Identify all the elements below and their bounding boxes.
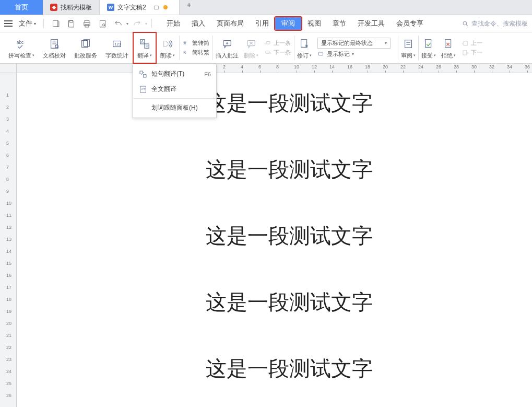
svg-rect-33 [140, 71, 143, 74]
ruler-tick: 20 [6, 321, 11, 326]
convert-group: 繁繁转简 简简转繁 [180, 32, 212, 63]
menu-tab-start[interactable]: 开始 [161, 17, 185, 30]
document-page: 这是一段测试文字 这是一段测试文字 这是一段测试文字 这是一段测试文字 这是一段… [38, 89, 532, 407]
dd-sentence-translate[interactable]: 短句翻译(T) F6 [133, 66, 216, 82]
tab-template-label: 找稻壳模板 [61, 3, 92, 12]
horizontal-ruler[interactable]: 2468101214161820222426283032343638 [17, 64, 532, 73]
ruler-tick: 30 [471, 64, 477, 69]
preview-icon[interactable] [98, 19, 107, 28]
menu-tab-view[interactable]: 视图 [302, 17, 326, 30]
tab-bar: 首页 ❖ 找稻壳模板 W 文字文稿2 + [0, 0, 532, 15]
svg-rect-30 [445, 39, 451, 47]
menu-tab-references[interactable]: 引用 [250, 17, 274, 30]
revise-button[interactable]: 修订▾ [294, 32, 314, 63]
ruler-tick: 32 [489, 64, 494, 69]
ruler-corner [0, 64, 17, 73]
text-line[interactable]: 这是一段测试文字 [38, 89, 532, 118]
svg-text:123: 123 [114, 41, 121, 46]
ruler-tick: 26 [436, 64, 441, 69]
text-line[interactable]: 这是一段测试文字 [38, 222, 532, 250]
ruler-tick: 9 [6, 189, 9, 194]
svg-rect-26 [301, 39, 307, 47]
svg-rect-2 [69, 20, 73, 22]
redo-icon[interactable] [132, 19, 141, 28]
next-comment-button[interactable]: 下一条 [264, 49, 291, 56]
wordcount-button[interactable]: 123 字数统计 [101, 32, 133, 63]
show-markup-button[interactable]: 显示标记▾ [317, 50, 391, 58]
tab-document[interactable]: W 文字文稿2 [100, 0, 180, 15]
divider [43, 19, 44, 28]
text-line[interactable]: 这是一段测试文字 [38, 155, 532, 184]
ruler-tick: 14 [329, 64, 335, 69]
ruler-tick: 7 [6, 165, 9, 170]
speaker-icon [162, 37, 173, 51]
ruler-tick: 6 [6, 153, 9, 158]
svg-rect-0 [154, 6, 158, 9]
ribbon: abc 拼写检查▾ 文档校对 批改服务 123 字数统计 A中 翻译▾ 朗读▾ … [0, 32, 532, 64]
prev-comment-button[interactable]: 上一条 [264, 39, 291, 47]
tab-home[interactable]: 首页 [0, 0, 43, 15]
next-change-button[interactable]: 下一 [462, 49, 482, 56]
text-line[interactable]: 这是一段测试文字 [38, 354, 532, 383]
file-menu[interactable]: 文件▾ [16, 19, 39, 28]
menu-tab-member[interactable]: 会员专享 [391, 17, 429, 30]
ruler-tick: 15 [6, 261, 11, 266]
menu-tab-review[interactable]: 审阅 [275, 17, 301, 30]
accept-button[interactable]: 接受▾ [419, 32, 439, 63]
svg-rect-31 [464, 41, 467, 45]
hamburger-icon[interactable] [4, 20, 13, 27]
ruler-tick: 8 [6, 177, 9, 182]
save-icon[interactable] [66, 19, 76, 28]
simp-to-trad-button[interactable]: 简简转繁 [183, 49, 209, 56]
ruler-tick: 25 [6, 381, 11, 386]
comment-icon [221, 37, 233, 51]
markup-state-select[interactable]: 显示标记的最终状态▾ [317, 38, 391, 49]
menu-tab-devtools[interactable]: 开发工具 [352, 17, 390, 30]
batchservice-button[interactable]: 批改服务 [70, 32, 101, 63]
print-icon[interactable] [82, 19, 91, 28]
menu-tab-layout[interactable]: 页面布局 [211, 17, 249, 30]
undo-icon[interactable] [113, 19, 123, 28]
review-pane-button[interactable]: 审阅▾ [398, 32, 418, 63]
menu-tab-chapter[interactable]: 章节 [327, 17, 351, 30]
prev-change-button[interactable]: 上一 [462, 39, 482, 47]
new-tab-button[interactable]: + [180, 0, 199, 15]
ruler-tick: 13 [6, 237, 11, 242]
ruler-tick: 12 [312, 64, 317, 69]
window-icon [153, 5, 159, 10]
delete-comment-button[interactable]: 删除▾ [241, 32, 261, 63]
reject-button[interactable]: 拒绝▾ [439, 32, 458, 63]
ruler-tick: 20 [383, 64, 388, 69]
shortcut-label: F6 [204, 71, 211, 77]
text-line[interactable]: 这是一段测试文字 [38, 288, 532, 317]
svg-rect-3 [85, 20, 89, 22]
document-area[interactable]: 这是一段测试文字 这是一段测试文字 这是一段测试文字 这是一段测试文字 这是一段… [17, 73, 532, 407]
menu-tab-insert[interactable]: 插入 [186, 17, 210, 30]
insert-comment-button[interactable]: 插入批注 [213, 32, 241, 63]
translate-button[interactable]: A中 翻译▾ [133, 32, 156, 63]
svg-rect-27 [318, 52, 323, 55]
spellcheck-button[interactable]: abc 拼写检查▾ [4, 32, 39, 63]
search-input[interactable]: 查找命令、搜索模板 [462, 19, 528, 28]
ruler-tick: 22 [400, 64, 406, 69]
doccheck-button[interactable]: 文档校对 [39, 32, 70, 63]
nav-changes-group: 上一 下一 [458, 32, 486, 63]
dd-full-translate[interactable]: A中 全文翻译 [133, 82, 216, 97]
readaloud-button[interactable]: 朗读▾ [156, 32, 179, 63]
divider [151, 19, 152, 28]
markup-group: 显示标记的最终状态▾ 显示标记▾ [314, 32, 398, 63]
svg-text:简: 简 [183, 50, 186, 54]
trad-to-simp-button[interactable]: 繁繁转简 [183, 39, 209, 47]
ruler-tick: 18 [365, 64, 370, 69]
translate-dropdown: 短句翻译(T) F6 A中 全文翻译 划词跟随面板(H) [133, 64, 217, 118]
translate-icon: A中 [139, 37, 150, 51]
vertical-ruler[interactable]: 1234567891011121314151617181920212223242… [0, 73, 17, 407]
svg-rect-25 [266, 51, 269, 53]
review-pane-icon [403, 37, 414, 51]
wordcount-icon: 123 [111, 37, 123, 51]
tab-template[interactable]: ❖ 找稻壳模板 [43, 0, 100, 15]
accept-icon [423, 37, 434, 51]
dd-follow-panel[interactable]: 划词跟随面板(H) [133, 100, 216, 115]
new-doc-icon[interactable] [51, 19, 60, 28]
reject-icon [443, 37, 454, 51]
